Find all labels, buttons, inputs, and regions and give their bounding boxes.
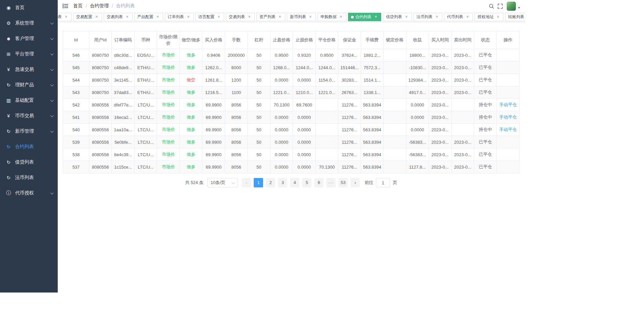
cell-buy_time: 2023-0... [429, 111, 451, 124]
page-size-select[interactable]: 10条/页 [207, 178, 238, 187]
tab-asset-list[interactable]: 资产列表× [256, 13, 285, 21]
cell-direction: 做多 [180, 136, 202, 148]
tab-trade-config[interactable]: 交易配置× [73, 13, 102, 21]
close-icon[interactable]: × [64, 15, 68, 19]
sidebar-item-label: 法币列表 [15, 175, 54, 181]
sidebar-item-home[interactable]: ◉首页 [0, 0, 58, 15]
more-pages-button[interactable]: ··· [326, 178, 336, 187]
tab-subscribe-data[interactable]: 申购数据× [317, 13, 346, 21]
breadcrumb-home[interactable]: 首页 [73, 3, 83, 9]
cell-take_profit: 0.9500 [270, 49, 293, 61]
sidebar-item-finance[interactable]: ↻理财产品 [0, 77, 58, 93]
sidebar-item-platform[interactable]: ⊞平台管理 [0, 46, 58, 62]
page-button-53[interactable]: 53 [338, 178, 348, 187]
page-button-3[interactable]: 3 [278, 178, 287, 187]
cell-price_type: 市场价 [157, 49, 180, 61]
next-page-button[interactable]: › [350, 178, 360, 187]
search-icon[interactable] [487, 2, 496, 10]
close-icon[interactable]: × [435, 15, 439, 19]
close-icon[interactable]: × [186, 15, 191, 19]
cell-lots: 8056 [225, 124, 247, 136]
chevron-down-icon [50, 114, 54, 117]
col-margin: 保证金 [338, 31, 361, 49]
tab-transfer-list[interactable]: 转账列表× [505, 13, 525, 21]
sidebar-item-fiat-list[interactable]: ↻法币列表 [0, 170, 58, 185]
cell-coin: ETH/U... [134, 74, 157, 86]
col-lock_price: 锁定价格 [384, 31, 406, 49]
breadcrumb-contract-management[interactable]: 合约管理 [90, 3, 109, 9]
fullscreen-icon[interactable] [496, 2, 505, 10]
close-icon[interactable]: × [308, 15, 313, 19]
close-icon[interactable]: × [465, 15, 470, 19]
tab-trade-list-1[interactable]: 交易列表× [104, 13, 133, 21]
close-icon[interactable]: × [339, 15, 343, 19]
sidebar-item-token-auth[interactable]: ⓘ代币授权 [0, 185, 58, 201]
tab-token-list[interactable]: 代币列表× [444, 13, 473, 21]
tab-product-config[interactable]: 产品配置× [134, 13, 163, 21]
cell-fee: 1514.1... [361, 74, 383, 86]
cell-coin: LTC/U... [134, 99, 157, 111]
close-icon[interactable]: × [94, 15, 99, 19]
close-icon[interactable]: × [278, 15, 282, 19]
page-button-4[interactable]: 4 [290, 178, 299, 187]
sidebar-item-label: 客户管理 [15, 36, 50, 42]
cell-fee: 1338.1... [361, 86, 383, 99]
cell-profit: 18800... [406, 49, 429, 61]
manual-close-link[interactable]: 手动平仓 [499, 127, 517, 132]
close-icon[interactable]: × [404, 15, 409, 19]
cell-margin: 11276... [338, 136, 361, 148]
cell-leverage: 50 [248, 49, 270, 61]
tab-contract-list[interactable]: 合约列表× [348, 13, 381, 21]
caret-down-icon[interactable]: ▾ [518, 6, 520, 9]
close-icon[interactable]: × [125, 15, 130, 19]
close-icon[interactable]: × [374, 15, 378, 19]
sidebar-item-coin-trade[interactable]: ¥币币交易 [0, 108, 58, 124]
page-jump-input[interactable] [376, 178, 390, 187]
pager: ‹123456···53› [240, 178, 361, 187]
sidebar-item-label: 借贷列表 [15, 159, 54, 165]
tab-fiat-list[interactable]: 法币列表× [413, 13, 442, 21]
cell-profit: 129384... [406, 74, 429, 86]
chevron-down-icon [50, 129, 54, 133]
active-tab-dot [351, 16, 354, 18]
avatar[interactable] [507, 2, 516, 11]
cell-action: 手动平仓 [497, 111, 519, 124]
close-icon[interactable]: × [496, 15, 500, 19]
cell-profit: 0.0000 [406, 99, 429, 111]
sidebar-item-quick-trade[interactable]: ¥急速交易 [0, 62, 58, 77]
sidebar-item-newcoin[interactable]: ↻新币管理 [0, 124, 58, 139]
close-icon[interactable]: × [155, 15, 160, 19]
manual-close-link[interactable]: 手动平仓 [499, 115, 517, 120]
tab-trade-list-2[interactable]: 交易列表× [226, 13, 255, 21]
tab-order-list[interactable]: 订单列表× [165, 13, 194, 21]
prev-page-button[interactable]: ‹ [242, 178, 251, 187]
page-button-5[interactable]: 5 [302, 178, 311, 187]
tab-auth-address[interactable]: 授权地址× [475, 13, 503, 21]
page-button-6[interactable]: 6 [314, 178, 324, 187]
tab-newcoin-list[interactable]: 新币列表× [287, 13, 316, 21]
manual-close-link[interactable]: 手动平仓 [499, 102, 517, 107]
table-row: 5458080750c48de9...ETH/U...市场价做多1262.0..… [63, 61, 519, 74]
tab-language-config[interactable]: 语言配置× [195, 13, 224, 21]
sidebar-item-loan-list[interactable]: ↻借贷列表 [0, 154, 58, 170]
cell-lock_price [384, 161, 406, 173]
cell-buy_time: 2023-0... [429, 161, 451, 173]
page-button-2[interactable]: 2 [266, 178, 275, 187]
sidebar-item-label: 新币管理 [15, 128, 50, 134]
sidebar-item-system[interactable]: ⚙系统管理 [0, 15, 58, 31]
cell-status: 已平仓 [474, 74, 496, 86]
sidebar-item-contract-list[interactable]: ↻合约列表 [0, 139, 58, 154]
hamburger-icon[interactable] [63, 4, 68, 8]
close-icon[interactable]: × [216, 15, 221, 19]
table-row: 5468080750d8c30d...EOS/U...市场价做多0.940620… [63, 49, 519, 61]
cell-sell_time [451, 99, 474, 111]
close-icon[interactable]: × [247, 15, 252, 19]
jump-suffix-label: 页 [393, 180, 397, 186]
page-button-1[interactable]: 1 [254, 178, 263, 187]
tab-loan-list[interactable]: 借贷列表× [383, 13, 412, 21]
cell-status: 已平仓 [474, 161, 496, 173]
sidebar-item-basic-config[interactable]: ▥基础配置 [0, 93, 58, 108]
cell-id: 540 [63, 124, 89, 136]
sidebar-item-customer[interactable]: ☻客户管理 [0, 31, 58, 46]
tab-list-cut[interactable]: 列表× [58, 13, 71, 21]
